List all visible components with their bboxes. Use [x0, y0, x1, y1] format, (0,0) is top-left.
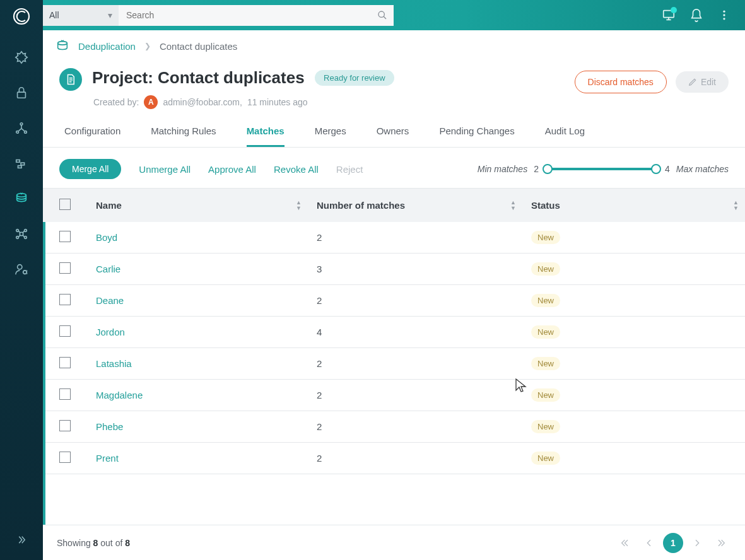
- row-name[interactable]: Carlie: [87, 254, 308, 285]
- table-row[interactable]: Deane2New: [43, 285, 745, 317]
- table-row[interactable]: Boyd2New: [43, 222, 745, 254]
- bulk-actions-row: Merge All Unmerge All Approve All Revoke…: [43, 148, 745, 188]
- search-bar: All ▾: [43, 5, 394, 26]
- table-row[interactable]: Jordon4New: [43, 317, 745, 348]
- status-badge: New: [531, 452, 560, 465]
- range-thumb-min[interactable]: [543, 164, 553, 174]
- svg-point-2: [20, 123, 23, 125]
- created-by-label: Created by:: [93, 97, 139, 107]
- row-name[interactable]: Magdalene: [87, 380, 308, 411]
- row-checkbox[interactable]: [59, 294, 71, 305]
- bell-icon[interactable]: [687, 6, 706, 25]
- search-button[interactable]: [371, 5, 394, 26]
- range-track[interactable]: [545, 168, 659, 170]
- table-row[interactable]: Phebe2New: [43, 411, 745, 443]
- unmerge-all-link[interactable]: Unmerge All: [139, 164, 191, 175]
- status-badge: New: [531, 357, 560, 370]
- breadcrumb-root-link[interactable]: Deduplication: [78, 41, 136, 52]
- approve-all-link[interactable]: Approve All: [208, 164, 256, 175]
- showing-text: Showing 8 out of 8: [57, 538, 130, 548]
- matches-table: Name▲▼ Number of matches▲▼ Status▲▼ Boyd…: [43, 189, 745, 474]
- range-thumb-max[interactable]: [651, 164, 661, 174]
- tab-audit-log[interactable]: Audit Log: [545, 125, 585, 147]
- select-all-checkbox[interactable]: [59, 199, 71, 210]
- sort-icon[interactable]: ▲▼: [510, 200, 516, 211]
- table-row[interactable]: Latashia2New: [43, 348, 745, 380]
- search-scope-select[interactable]: All ▾: [43, 5, 119, 26]
- min-matches-value: 2: [534, 164, 539, 174]
- pencil-icon: [688, 78, 697, 86]
- row-checkbox[interactable]: [59, 388, 71, 400]
- discard-matches-button[interactable]: Discard matches: [575, 71, 667, 93]
- nav-share-icon[interactable]: [15, 227, 28, 241]
- status-badge: New: [531, 420, 560, 433]
- page-first-button[interactable]: [615, 533, 635, 553]
- row-name[interactable]: Prent: [87, 443, 308, 474]
- tab-merges[interactable]: Merges: [315, 125, 346, 147]
- match-range-slider[interactable]: Min matches 2 4 Max matches: [478, 164, 729, 174]
- row-name[interactable]: Latashia: [87, 348, 308, 380]
- app-logo: [11, 6, 32, 26]
- page-next-button[interactable]: [687, 533, 707, 553]
- tab-matches[interactable]: Matches: [247, 125, 285, 147]
- topbar: All ▾: [43, 0, 745, 30]
- svg-point-13: [25, 236, 27, 239]
- creator-email: admin@foobar.com,: [163, 97, 242, 107]
- svg-point-3: [16, 131, 19, 134]
- row-name[interactable]: Deane: [87, 285, 308, 317]
- page-title: Project: Contact duplicates: [92, 68, 305, 87]
- status-badge: New: [531, 231, 560, 244]
- meta-line: Created by: A admin@foobar.com, 11 minut…: [92, 95, 565, 109]
- page-prev-button[interactable]: [639, 533, 659, 553]
- sort-icon[interactable]: ▲▼: [296, 200, 302, 211]
- search-input[interactable]: [119, 5, 371, 26]
- tab-pending-changes[interactable]: Pending Changes: [439, 125, 514, 147]
- title-block: Project: Contact duplicates Ready for re…: [43, 58, 745, 115]
- kebab-menu-icon[interactable]: [715, 6, 734, 25]
- merge-all-button[interactable]: Merge All: [59, 159, 121, 179]
- row-checkbox[interactable]: [59, 231, 71, 242]
- min-matches-label: Min matches: [478, 164, 527, 174]
- monitor-icon[interactable]: [659, 6, 678, 25]
- sidebar-expand-icon[interactable]: [13, 531, 30, 549]
- table-footer: Showing 8 out of 8 1: [43, 525, 745, 560]
- project-doc-icon: [59, 68, 82, 91]
- row-checkbox[interactable]: [59, 357, 71, 368]
- revoke-all-link[interactable]: Revoke All: [274, 164, 319, 175]
- tab-owners[interactable]: Owners: [377, 125, 409, 147]
- row-name[interactable]: Jordon: [87, 317, 308, 348]
- nav-flow-icon[interactable]: [15, 156, 28, 170]
- tab-configuration[interactable]: Configuration: [64, 125, 120, 147]
- table-row[interactable]: Carlie3New: [43, 254, 745, 285]
- nav-user-settings-icon[interactable]: [15, 262, 28, 276]
- row-matches: 2: [308, 411, 522, 443]
- status-pill: Ready for review: [315, 70, 394, 86]
- tab-matching-rules[interactable]: Matching Rules: [151, 125, 216, 147]
- sort-icon[interactable]: ▲▼: [733, 200, 739, 211]
- tab-bar: ConfigurationMatching RulesMatchesMerges…: [43, 118, 745, 148]
- edit-button: Edit: [676, 71, 729, 93]
- row-checkbox[interactable]: [59, 325, 71, 337]
- breadcrumb-current: Contact duplicates: [160, 41, 237, 52]
- pagination: 1: [615, 533, 731, 553]
- col-name[interactable]: Name▲▼: [87, 189, 308, 222]
- row-checkbox[interactable]: [59, 420, 71, 431]
- status-badge: New: [531, 325, 560, 339]
- table-row[interactable]: Magdalene2New: [43, 380, 745, 411]
- row-name[interactable]: Phebe: [87, 411, 308, 443]
- nav-lock-icon[interactable]: [15, 86, 28, 100]
- row-name[interactable]: Boyd: [87, 222, 308, 254]
- table-row[interactable]: Prent2New: [43, 443, 745, 474]
- svg-point-11: [25, 230, 27, 232]
- row-matches: 3: [308, 254, 522, 285]
- app-sidebar: [0, 0, 43, 560]
- col-status[interactable]: Status▲▼: [522, 189, 745, 222]
- nav-home-icon[interactable]: [15, 50, 28, 64]
- row-checkbox[interactable]: [59, 452, 71, 463]
- page-number-current[interactable]: 1: [663, 533, 683, 553]
- nav-hierarchy-icon[interactable]: [15, 121, 28, 135]
- row-checkbox[interactable]: [59, 262, 71, 274]
- nav-dedup-icon[interactable]: [15, 192, 28, 206]
- col-matches[interactable]: Number of matches▲▼: [308, 189, 522, 222]
- page-last-button[interactable]: [711, 533, 731, 553]
